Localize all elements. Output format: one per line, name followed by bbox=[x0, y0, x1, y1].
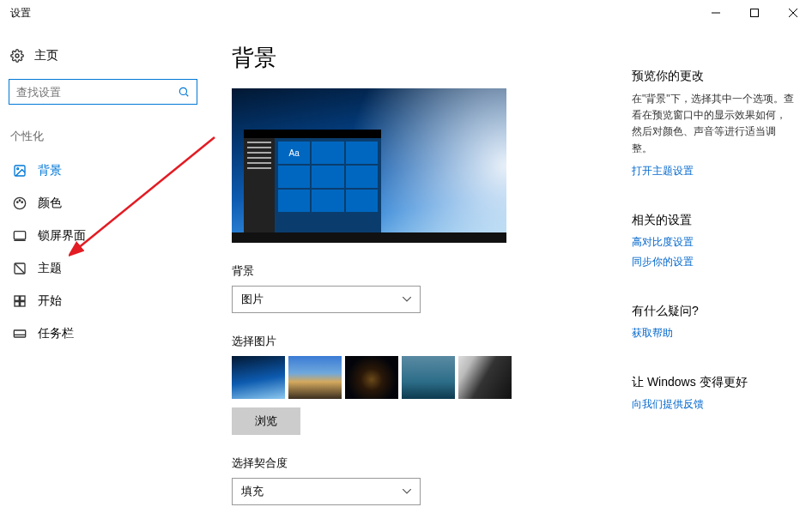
maximize-button[interactable] bbox=[735, 0, 773, 26]
minimize-button[interactable] bbox=[696, 0, 735, 26]
sidebar-item-label: 开始 bbox=[38, 293, 62, 309]
select-value: 图片 bbox=[241, 292, 264, 307]
sidebar-item-label: 背景 bbox=[38, 163, 62, 178]
lockscreen-icon bbox=[10, 229, 29, 243]
background-type-select[interactable]: 图片 bbox=[232, 286, 421, 313]
section-label: 个性化 bbox=[10, 129, 206, 144]
svg-point-8 bbox=[17, 168, 19, 170]
home-label: 主页 bbox=[34, 48, 58, 63]
palette-icon bbox=[10, 196, 29, 210]
start-icon bbox=[10, 294, 29, 308]
search-box[interactable] bbox=[9, 79, 197, 105]
fit-select[interactable]: 填充 bbox=[232, 478, 421, 505]
main-content: 背景 Aa 背景 图片 选择 bbox=[215, 26, 632, 519]
background-label: 背景 bbox=[232, 263, 615, 279]
feedback-heading: 让 Windows 变得更好 bbox=[632, 375, 795, 390]
gear-icon bbox=[9, 49, 26, 63]
browse-button[interactable]: 浏览 bbox=[232, 407, 300, 435]
title-bar: 设置 bbox=[0, 0, 812, 26]
svg-point-11 bbox=[19, 200, 20, 201]
wallpaper-thumb[interactable] bbox=[232, 356, 285, 399]
svg-line-6 bbox=[185, 94, 188, 96]
svg-rect-17 bbox=[21, 296, 25, 300]
picture-thumbnails bbox=[232, 356, 615, 399]
wallpaper-thumb[interactable] bbox=[458, 356, 512, 399]
sidebar-item-label: 任务栏 bbox=[38, 326, 74, 341]
svg-point-10 bbox=[17, 202, 18, 202]
close-button[interactable] bbox=[773, 0, 812, 26]
sidebar-item-start[interactable]: 开始 bbox=[9, 285, 206, 317]
chevron-down-icon bbox=[403, 489, 411, 494]
wallpaper-thumb[interactable] bbox=[345, 356, 398, 399]
page-title: 背景 bbox=[232, 43, 615, 73]
taskbar-icon bbox=[10, 327, 29, 341]
svg-point-9 bbox=[14, 197, 25, 208]
themes-icon bbox=[10, 262, 29, 275]
help-heading: 有什么疑问? bbox=[632, 304, 795, 319]
search-icon bbox=[178, 86, 190, 98]
select-value: 填充 bbox=[241, 484, 264, 499]
svg-rect-18 bbox=[15, 302, 19, 306]
related-heading: 相关的设置 bbox=[632, 213, 795, 228]
desktop-preview: Aa bbox=[232, 88, 506, 243]
svg-rect-13 bbox=[14, 232, 25, 239]
right-panel: 预览你的更改 在"背景"下，选择其中一个选项。查看在预览窗口中的显示效果如何，然… bbox=[632, 26, 812, 519]
sync-settings-link[interactable]: 同步你的设置 bbox=[632, 255, 795, 269]
fit-label: 选择契合度 bbox=[232, 456, 615, 471]
chevron-down-icon bbox=[403, 297, 411, 302]
feedback-link[interactable]: 向我们提供反馈 bbox=[632, 397, 795, 412]
preview-sample-text: Aa bbox=[278, 142, 310, 164]
sidebar-item-lockscreen[interactable]: 锁屏界面 bbox=[9, 220, 206, 252]
sidebar: 主页 个性化 背景 颜色 锁屏界面 bbox=[0, 26, 215, 519]
wallpaper-thumb[interactable] bbox=[402, 356, 455, 399]
svg-rect-19 bbox=[21, 302, 25, 306]
sidebar-item-label: 锁屏界面 bbox=[38, 228, 86, 244]
choose-picture-label: 选择图片 bbox=[232, 334, 615, 349]
sidebar-item-background[interactable]: 背景 bbox=[9, 154, 206, 187]
home-link[interactable]: 主页 bbox=[9, 43, 206, 69]
window-title: 设置 bbox=[10, 6, 31, 21]
open-themes-link[interactable]: 打开主题设置 bbox=[632, 164, 795, 178]
preview-text: 在"背景"下，选择其中一个选项。查看在预览窗口中的显示效果如何，然后对颜色、声音… bbox=[632, 91, 795, 157]
sidebar-item-label: 主题 bbox=[38, 261, 62, 276]
search-input[interactable] bbox=[16, 86, 178, 99]
svg-point-4 bbox=[15, 54, 19, 57]
get-help-link[interactable]: 获取帮助 bbox=[632, 326, 795, 341]
sidebar-item-themes[interactable]: 主题 bbox=[9, 252, 206, 285]
sidebar-item-label: 颜色 bbox=[38, 196, 62, 211]
image-icon bbox=[10, 164, 29, 178]
svg-rect-20 bbox=[14, 330, 25, 337]
sidebar-item-taskbar[interactable]: 任务栏 bbox=[9, 317, 206, 350]
preview-heading: 预览你的更改 bbox=[632, 69, 795, 84]
high-contrast-link[interactable]: 高对比度设置 bbox=[632, 235, 795, 250]
svg-rect-1 bbox=[750, 9, 758, 17]
svg-rect-16 bbox=[15, 296, 19, 300]
svg-point-5 bbox=[179, 88, 186, 94]
sidebar-item-colors[interactable]: 颜色 bbox=[9, 187, 206, 220]
svg-point-12 bbox=[21, 202, 22, 202]
wallpaper-thumb[interactable] bbox=[288, 356, 342, 399]
